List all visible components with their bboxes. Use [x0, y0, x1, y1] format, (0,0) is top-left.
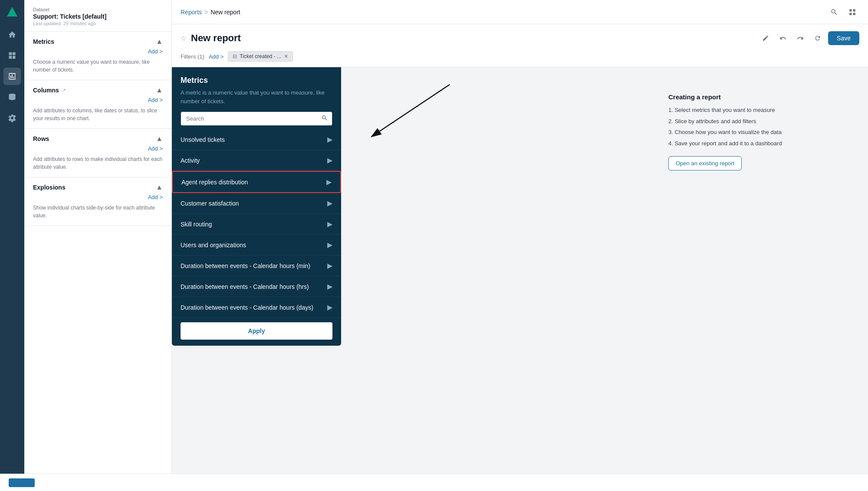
open-existing-report-button[interactable]: Open an existing report	[668, 156, 742, 170]
chevron-right-icon: ▶	[327, 199, 332, 207]
grid-view-button[interactable]	[845, 5, 859, 19]
guide-panel: Creating a report 1. Select metrics that…	[668, 93, 851, 170]
arrow-annotation	[345, 76, 476, 163]
chevron-right-icon: ▶	[327, 262, 332, 270]
rows-add-link[interactable]: Add >	[33, 145, 163, 152]
svg-rect-3	[9, 56, 12, 59]
chevron-right-icon: ▶	[327, 282, 332, 291]
chevron-right-icon: ▶	[327, 156, 332, 164]
sidebar-section-columns: Columns ↗ ▲ Add > Add attributes to colu…	[24, 80, 171, 129]
metrics-search-icon	[321, 115, 328, 123]
metrics-item-unsolved-tickets[interactable]: Unsolved tickets ▶	[172, 129, 341, 150]
add-filter-button[interactable]: Add >	[209, 53, 224, 60]
columns-title: Columns	[33, 87, 59, 94]
svg-rect-1	[9, 52, 12, 56]
bottom-bar	[172, 474, 868, 491]
breadcrumb-current: New report	[210, 9, 240, 16]
explosions-toggle-icon[interactable]: ▲	[156, 183, 163, 191]
undo-icon	[779, 35, 786, 42]
metrics-apply-button[interactable]: Apply	[181, 322, 332, 340]
filter-funnel-icon: ⊟	[233, 53, 237, 59]
save-button[interactable]: Save	[828, 31, 859, 45]
metrics-item-label: Agent replies distribution	[181, 179, 248, 186]
chevron-right-icon: ▶	[327, 135, 332, 144]
undo-button[interactable]	[776, 31, 790, 45]
redo-icon	[797, 35, 804, 42]
svg-rect-2	[13, 52, 16, 56]
sidebar: Dataset Support: Tickets [default] Last …	[24, 0, 172, 491]
nav-home[interactable]	[3, 26, 21, 43]
columns-desc: Add attributes to columns, like dates or…	[33, 107, 163, 122]
svg-rect-4	[13, 56, 16, 59]
breadcrumb-reports[interactable]: Reports	[181, 9, 202, 16]
metrics-add-link[interactable]: Add >	[33, 48, 163, 55]
metrics-item-users-orgs[interactable]: Users and organizations ▶	[172, 235, 341, 255]
chevron-right-icon: ▶	[327, 241, 332, 249]
metrics-item-activity[interactable]: Activity ▶	[172, 150, 341, 171]
chevron-right-icon: ▶	[327, 303, 332, 311]
metrics-item-label: Duration between events - Calendar hours…	[181, 304, 313, 311]
metrics-item-duration-min[interactable]: Duration between events - Calendar hours…	[172, 255, 341, 276]
metrics-header: Metrics ▲	[33, 38, 163, 46]
dataset-updated: Last updated: 29 minutes ago	[33, 21, 163, 26]
metrics-toggle-icon[interactable]: ▲	[156, 38, 163, 46]
metrics-item-duration-days[interactable]: Duration between events - Calendar hours…	[172, 297, 341, 318]
metrics-dropdown-desc: A metric is a numeric value that you wan…	[181, 88, 332, 105]
chevron-right-icon: ▶	[326, 178, 332, 186]
metrics-item-label: Duration between events - Calendar hours…	[181, 283, 309, 290]
metrics-item-customer-satisfaction[interactable]: Customer satisfaction ▶	[172, 193, 341, 214]
columns-link-icon: ↗	[62, 87, 66, 93]
explosions-add-link[interactable]: Add >	[33, 194, 163, 200]
content-area: Metrics A metric is a numeric value that…	[172, 67, 868, 491]
rows-toggle-icon[interactable]: ▲	[156, 135, 163, 143]
filter-tag-ticket-created[interactable]: ⊟ Ticket created - ... ✕	[228, 51, 293, 62]
guide-step: 2. Slice by attributes and add filters	[668, 117, 851, 126]
nav-dashboard[interactable]	[3, 47, 21, 64]
metrics-item-label: Activity	[181, 157, 200, 164]
report-title: New report	[191, 33, 241, 44]
metrics-dropdown-title: Metrics	[181, 76, 332, 85]
redo-button[interactable]	[793, 31, 807, 45]
logo-icon[interactable]	[5, 5, 19, 19]
metrics-search-wrapper	[181, 111, 332, 126]
sidebar-section-explosions: Explosions ▲ Add > Show individual chart…	[24, 177, 171, 226]
columns-add-link[interactable]: Add >	[33, 97, 163, 103]
metrics-item-label: Users and organizations	[181, 242, 246, 249]
dataset-label: Dataset	[33, 7, 163, 12]
metrics-item-duration-hrs[interactable]: Duration between events - Calendar hours…	[172, 276, 341, 297]
report-header: ☆ New report Save Filters (1)	[172, 24, 868, 67]
metrics-search-input[interactable]	[181, 111, 332, 126]
nav-settings[interactable]	[3, 109, 21, 127]
columns-header: Columns ↗ ▲	[33, 86, 163, 94]
svg-marker-0	[7, 7, 17, 16]
sidebar-section-rows: Rows ▲ Add > Add attributes to rows to m…	[24, 129, 171, 177]
rows-title: Rows	[33, 135, 49, 142]
search-icon	[830, 8, 838, 16]
filters-label: Filters (1)	[181, 53, 204, 60]
filters-row: Filters (1) Add > ⊟ Ticket created - ...…	[181, 51, 859, 67]
svg-line-7	[372, 85, 450, 137]
guide-step: 1. Select metrics that you want to measu…	[668, 106, 851, 115]
dataset-name: Support: Tickets [default]	[33, 13, 163, 20]
guide-step: 4. Save your report and add it to a dash…	[668, 139, 851, 148]
filter-remove-icon[interactable]: ✕	[284, 53, 288, 59]
edit-button[interactable]	[759, 31, 773, 45]
main-area: Reports > New report ☆ New report	[172, 0, 868, 491]
explosions-title: Explosions	[33, 184, 66, 191]
metrics-dropdown: Metrics A metric is a numeric value that…	[172, 67, 341, 346]
breadcrumb-sep: >	[204, 9, 208, 16]
nav-data[interactable]	[3, 88, 21, 106]
metrics-item-agent-replies[interactable]: Agent replies distribution ▶	[172, 171, 341, 193]
explosions-header: Explosions ▲	[33, 183, 163, 191]
nav-reports[interactable]	[3, 68, 21, 85]
rows-header: Rows ▲	[33, 135, 163, 143]
grid-icon	[848, 8, 856, 16]
global-search-button[interactable]	[827, 5, 841, 19]
metrics-dropdown-header: Metrics A metric is a numeric value that…	[172, 67, 341, 111]
favorite-star-icon[interactable]: ☆	[181, 34, 187, 43]
refresh-button[interactable]	[811, 31, 825, 45]
metrics-item-skill-routing[interactable]: Skill routing ▶	[172, 214, 341, 235]
columns-toggle-icon[interactable]: ▲	[156, 86, 163, 94]
metrics-title: Metrics	[33, 38, 54, 45]
nav-rail	[0, 0, 24, 491]
